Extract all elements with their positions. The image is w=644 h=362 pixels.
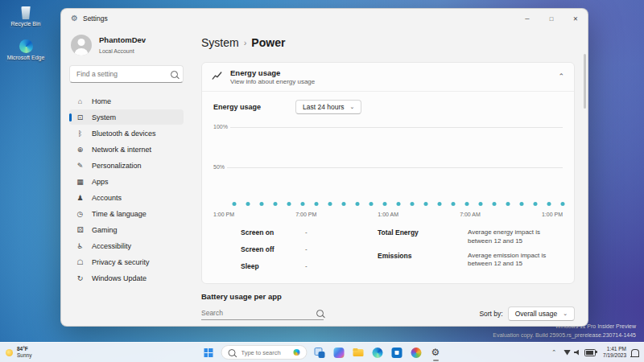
close-button[interactable]: ✕ (564, 9, 588, 28)
sidebar-item-personalization[interactable]: ✎Personalization (69, 158, 184, 173)
chart-point (287, 202, 291, 206)
battery-usage-section: Battery usage per app Sort by: Overall u… (201, 292, 575, 321)
weather-condition: Sunny (17, 352, 31, 359)
x-axis-label: 1:00 PM (213, 212, 234, 217)
y-axis-label: 50% (213, 164, 227, 171)
titlebar[interactable]: ⚙ Settings ─□✕ (61, 9, 588, 28)
desktop-icon-label: Recycle Bin (10, 21, 43, 28)
taskbar-search-input[interactable] (240, 348, 290, 357)
settings-search-input[interactable] (75, 69, 171, 79)
window-controls: ─□✕ (515, 9, 588, 28)
scrollbar[interactable] (584, 54, 586, 109)
system-icon: ⊡ (76, 113, 85, 121)
gaming-icon: ⚄ (76, 226, 85, 234)
weather-widget[interactable]: 84°F Sunny (6, 346, 31, 359)
sidebar-item-accessibility[interactable]: ♿Accessibility (69, 238, 184, 253)
x-axis-label: 7:00 PM (295, 212, 316, 217)
notifications-bell-icon[interactable] (631, 349, 639, 356)
clock[interactable]: 1:41 PM 7/19/2023 (603, 346, 626, 359)
sidebar-item-windows-update[interactable]: ↻Windows Update (69, 270, 184, 286)
account-type: Local Account (99, 48, 184, 54)
search-icon (171, 71, 178, 78)
settings-search-box[interactable] (69, 65, 184, 83)
volume-icon (574, 350, 581, 356)
desktop[interactable]: Recycle BinMicrosoft Edge Windows 11 Pro… (0, 0, 644, 362)
stat-label: Total Energy (378, 228, 468, 246)
battery-search-input[interactable] (201, 307, 316, 319)
stat-value: Average energy impact is between 12 and … (468, 228, 563, 246)
system-tray-status[interactable] (561, 348, 598, 358)
sidebar-item-system[interactable]: ⊡System (69, 109, 184, 125)
start-button[interactable] (202, 346, 216, 360)
sidebar-item-bluetooth[interactable]: ᛒBluetooth & devices (69, 125, 184, 141)
collapse-chevron-icon[interactable]: ⌃ (558, 73, 564, 80)
user-profile[interactable]: PhantomDev Local Account (71, 35, 184, 56)
energy-stats: Screen on-Screen off-Sleep- Total Energy… (213, 228, 563, 278)
breadcrumb-system[interactable]: System (201, 36, 239, 49)
sidebar-item-label: System (92, 113, 116, 121)
chart-point (452, 202, 456, 206)
desktop-icon-recycle-bin[interactable]: Recycle Bin (5, 6, 47, 28)
search-highlights-icon (294, 349, 300, 356)
chart-point (274, 202, 278, 206)
hidden-icons-chevron[interactable]: ⌃ (551, 349, 556, 356)
chart-point (260, 202, 264, 206)
energy-usage-chart: 100%50%1:00 PM7:00 PM1:00 AM7:00 AM1:00 … (213, 124, 563, 220)
desktop-icons: Recycle BinMicrosoft Edge (5, 6, 47, 62)
sidebar-item-label: Time & language (92, 210, 147, 218)
personalization-icon: ✎ (76, 162, 85, 170)
sidebar-item-time-language[interactable]: ◷Time & language (69, 206, 184, 221)
accounts-icon: ♟ (76, 194, 85, 202)
chart-point (479, 202, 483, 206)
minimize-button[interactable]: ─ (515, 9, 539, 28)
sidebar-item-privacy[interactable]: ☖Privacy & security (69, 254, 184, 269)
microsoft-edge-icon (19, 39, 33, 53)
chart-point (369, 202, 374, 206)
window-title: Settings (83, 14, 108, 23)
energy-usage-header[interactable]: Energy usage View info about energy usag… (202, 63, 574, 92)
taskbar-search-box[interactable] (221, 345, 308, 360)
sidebar-item-label: Personalization (92, 162, 142, 170)
stat-screen-off: Screen off- (241, 245, 378, 254)
x-axis-label: 1:00 PM (542, 212, 563, 217)
sidebar-item-label: Accounts (92, 194, 122, 202)
stat-value: - (305, 228, 308, 237)
search-icon (316, 310, 324, 317)
taskbar-icon-edge[interactable] (371, 346, 385, 360)
taskbar-icon-copilot[interactable] (332, 346, 346, 360)
settings-sidebar: PhantomDev Local Account ⌂Home⊡SystemᛒBl… (61, 28, 190, 327)
sidebar-item-accounts[interactable]: ♟Accounts (69, 190, 184, 205)
gridline-50: 50% (213, 167, 563, 168)
taskbar-icon-file-explorer[interactable] (352, 346, 365, 360)
taskbar-icon-settings[interactable] (429, 346, 443, 360)
taskbar-icon-task-view[interactable] (313, 346, 327, 360)
battery-search-box[interactable] (201, 307, 324, 320)
sidebar-item-label: Accessibility (92, 242, 131, 250)
sidebar-item-gaming[interactable]: ⚄Gaming (69, 222, 184, 237)
stat-emissions: EmissionsAverage emission impact is betw… (378, 252, 563, 269)
gridline-100: 100% (213, 127, 563, 128)
maximize-button[interactable]: □ (539, 9, 564, 28)
privacy-icon: ☖ (76, 258, 85, 266)
sidebar-item-home[interactable]: ⌂Home (69, 93, 184, 109)
desktop-icon-microsoft-edge[interactable]: Microsoft Edge (5, 39, 47, 62)
chart-point (465, 202, 469, 206)
stats-left: Screen on-Screen off-Sleep- (213, 228, 378, 278)
sort-by-label: Sort by: (479, 310, 502, 318)
chart-point (561, 202, 565, 206)
stat-label: Emissions (378, 252, 468, 269)
chart-point (547, 202, 551, 206)
breadcrumb: System › Power (201, 36, 575, 49)
sidebar-item-label: Network & internet (92, 146, 151, 154)
sort-dropdown[interactable]: Overall usage ⌄ (508, 306, 575, 321)
sidebar-item-network[interactable]: ⊕Network & internet (69, 142, 184, 157)
taskbar-icon-photos[interactable] (410, 346, 423, 360)
sidebar-item-apps[interactable]: ▦Apps (69, 174, 184, 189)
stat-screen-on: Screen on- (241, 228, 378, 237)
energy-filter-row: Energy usage Last 24 hours ⌄ (213, 100, 563, 114)
chart-point (424, 202, 428, 206)
time-range-dropdown[interactable]: Last 24 hours ⌄ (295, 100, 361, 114)
card-title: Energy usage (230, 68, 315, 77)
sidebar-item-label: Privacy & security (92, 258, 150, 266)
taskbar-icon-store[interactable] (390, 346, 404, 360)
